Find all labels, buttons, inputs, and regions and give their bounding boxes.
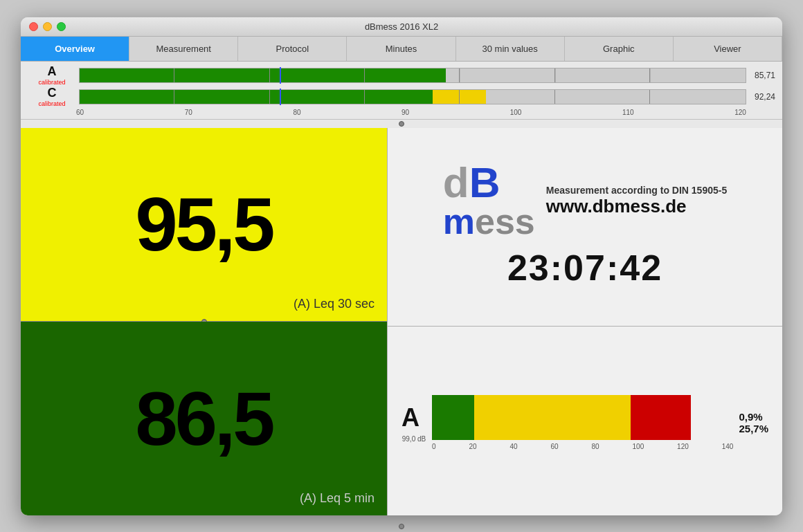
left-panels: 95,5 (A) Leq 30 sec 86,5 (A) Leq 5 min bbox=[21, 128, 388, 515]
panel-leq5min: 86,5 (A) Leq 5 min bbox=[21, 322, 387, 515]
meter-c-track bbox=[79, 89, 746, 104]
tab-30min[interactable]: 30 min values bbox=[456, 37, 565, 61]
right-bottom-panel: A 99,0 dB 0 bbox=[388, 327, 782, 515]
dbmess-logo: dB mess bbox=[443, 165, 535, 237]
meter-a-calibrated: calibrated bbox=[35, 79, 69, 86]
bar-yellow bbox=[474, 395, 631, 440]
meter-section: A calibrated bbox=[21, 62, 782, 120]
logo-b: B bbox=[469, 158, 500, 206]
traffic-lights bbox=[29, 22, 66, 31]
leq30sec-value: 95,5 bbox=[135, 186, 272, 262]
chart-channel-area: A 99,0 dB bbox=[402, 403, 426, 443]
bar-green bbox=[432, 395, 474, 440]
clock-display: 23:07:42 bbox=[507, 247, 662, 288]
meter-a-value: 85,71 bbox=[749, 71, 775, 80]
meter-c-label: C bbox=[44, 86, 60, 100]
website-url: www.dbmess.de bbox=[546, 196, 727, 217]
resize-handle-row bbox=[21, 120, 782, 128]
tab-viewer[interactable]: Viewer bbox=[674, 37, 782, 61]
chart-values: 0,9% 25,7% bbox=[739, 411, 768, 434]
logo-area: dB mess Measurement according to DIN 159… bbox=[443, 165, 727, 237]
meter-row-c: C calibrated 92,24 bbox=[28, 87, 775, 107]
logo-m: m bbox=[443, 201, 475, 241]
panel-leq30sec: 95,5 (A) Leq 30 sec bbox=[21, 128, 387, 322]
titlebar: dBmess 2016 XL2 bbox=[21, 17, 782, 37]
bar-row bbox=[432, 395, 733, 440]
chart-bars-area: 0 20 40 60 80 100 120 140 bbox=[432, 395, 733, 450]
meter-scale: 60 70 80 90 100 110 120 bbox=[76, 109, 746, 116]
main-area: 95,5 (A) Leq 30 sec 86,5 (A) Leq 5 min bbox=[21, 128, 782, 515]
bar-red bbox=[631, 395, 691, 440]
leq5min-label: (A) Leq 5 min bbox=[300, 491, 375, 506]
right-top-panel: dB mess Measurement according to DIN 159… bbox=[388, 128, 782, 327]
chart-channel-label: A bbox=[402, 403, 419, 432]
meter-a-track bbox=[79, 68, 746, 83]
tagline: Measurement according to DIN 15905-5 bbox=[546, 185, 727, 196]
close-button[interactable] bbox=[29, 22, 38, 31]
meter-c-calibrated: calibrated bbox=[35, 100, 69, 107]
resize-handle-dot[interactable] bbox=[399, 121, 404, 127]
tab-measurement[interactable]: Measurement bbox=[129, 37, 238, 61]
maximize-button[interactable] bbox=[57, 22, 66, 31]
meter-c-value: 92,24 bbox=[749, 92, 775, 102]
tab-protocol[interactable]: Protocol bbox=[238, 37, 347, 61]
right-panel: dB mess Measurement according to DIN 159… bbox=[388, 128, 782, 515]
chart-threshold: 99,0 dB bbox=[402, 435, 426, 443]
meter-a-label: A bbox=[44, 64, 60, 79]
tabbar: Overview Measurement Protocol Minutes 30… bbox=[21, 37, 782, 62]
meter-row-a: A calibrated bbox=[28, 66, 775, 85]
chart-value2: 25,7% bbox=[739, 423, 768, 434]
logo-text-area: Measurement according to DIN 15905-5 www… bbox=[546, 185, 727, 217]
tab-overview[interactable]: Overview bbox=[21, 37, 129, 61]
chart-container: A 99,0 dB 0 bbox=[402, 338, 768, 508]
app-window: dBmess 2016 XL2 Overview Measurement Pro… bbox=[21, 17, 782, 515]
minimize-button[interactable] bbox=[43, 22, 52, 31]
chart-value1: 0,9% bbox=[739, 411, 768, 423]
leq5min-value: 86,5 bbox=[135, 380, 272, 457]
logo-d: d bbox=[443, 158, 469, 206]
chart-scale: 0 20 40 60 80 100 120 140 bbox=[432, 443, 733, 450]
window-title: dBmess 2016 XL2 bbox=[365, 21, 438, 32]
bar-segments bbox=[432, 395, 733, 440]
leq30sec-label: (A) Leq 30 sec bbox=[294, 297, 375, 311]
tab-minutes[interactable]: Minutes bbox=[347, 37, 455, 61]
logo-ess: ess bbox=[475, 201, 535, 241]
tab-graphic[interactable]: Graphic bbox=[565, 37, 674, 61]
